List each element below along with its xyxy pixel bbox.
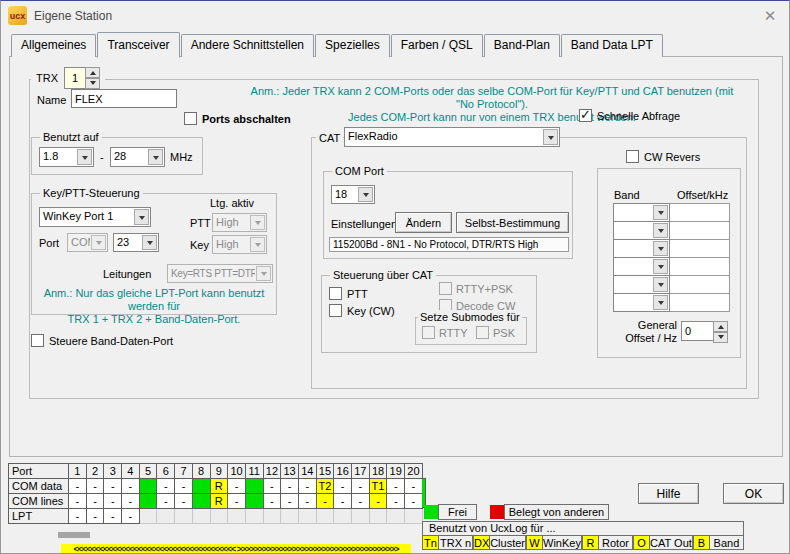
port-table-cell: - xyxy=(87,494,105,509)
band-select[interactable] xyxy=(613,257,670,276)
port-table-header-cell: 1 xyxy=(69,464,87,479)
port-table-cell xyxy=(140,479,158,494)
port-table-header-cell: 8 xyxy=(193,464,211,479)
cat-key-cw-checkbox[interactable] xyxy=(329,304,342,317)
port-table-cell xyxy=(405,509,423,524)
chevron-down-icon[interactable] xyxy=(142,235,157,250)
band-select[interactable] xyxy=(613,221,670,240)
freq-from-select[interactable]: 1.8 xyxy=(39,147,94,167)
chevron-down-icon[interactable] xyxy=(653,205,668,220)
band-offset-input[interactable] xyxy=(669,257,730,276)
port-table-cell: - xyxy=(157,479,175,494)
selbst-bestimmung-button[interactable]: Selbst-Bestimmung xyxy=(456,212,569,233)
band-select[interactable] xyxy=(613,239,670,258)
tab-spezielles[interactable]: Spezielles xyxy=(315,34,390,57)
ports-abschalten-checkbox[interactable] xyxy=(184,112,197,125)
chevron-down-icon[interactable] xyxy=(134,209,149,225)
tab-andere-schnittstellen[interactable]: Andere Schnittstellen xyxy=(181,34,314,57)
chevron-down-icon[interactable] xyxy=(77,149,92,165)
cat-ptt-label: PTT xyxy=(347,288,368,301)
port-table-cell: - xyxy=(299,494,317,509)
usage-code: W xyxy=(526,535,543,550)
hilfe-button[interactable]: Hilfe xyxy=(638,483,699,504)
port-table-cell: - xyxy=(122,494,140,509)
cat-label: CAT xyxy=(316,132,343,145)
port-table-cell xyxy=(387,509,405,524)
tab-band-plan[interactable]: Band-Plan xyxy=(484,34,560,57)
rtty-psk-label: RTTY+PSK xyxy=(456,283,513,296)
band-offset-input[interactable] xyxy=(669,239,730,258)
trx-header: TRX 1 xyxy=(31,67,105,89)
cat-select[interactable]: FlexRadio xyxy=(344,127,560,147)
band-offset-input[interactable] xyxy=(669,221,730,240)
port-table-cell: - xyxy=(175,494,193,509)
band-select[interactable] xyxy=(613,203,670,222)
port-table-cell: - xyxy=(281,479,299,494)
chevron-down-icon[interactable] xyxy=(543,129,558,145)
port-type-select: COM xyxy=(67,233,108,252)
submode-psk-checkbox xyxy=(476,326,489,339)
port-table-cell: - xyxy=(352,494,370,509)
tab-allgemeines[interactable]: Allgemeines xyxy=(11,34,96,57)
chevron-down-icon[interactable] xyxy=(653,295,668,310)
steuere-band-label: Steuere Band-Daten-Port xyxy=(49,335,173,348)
general-offset-spinner[interactable]: 0 xyxy=(681,321,728,341)
ok-button[interactable]: OK xyxy=(723,483,784,504)
band-select[interactable] xyxy=(613,275,670,294)
port-table-cell xyxy=(175,509,193,524)
port-number-select[interactable]: 23 xyxy=(113,233,159,252)
port-table-scrollbar[interactable] xyxy=(58,532,90,538)
band-select-value xyxy=(614,204,652,221)
trx-label: TRX xyxy=(36,72,58,84)
cat-ptt-checkbox[interactable] xyxy=(329,287,342,300)
tab-farben-qsl[interactable]: Farben / QSL xyxy=(391,34,483,57)
spin-down-icon[interactable] xyxy=(85,78,100,89)
freq-to-select[interactable]: 28 xyxy=(110,147,165,167)
port-table-cell xyxy=(370,509,388,524)
spin-down-icon[interactable] xyxy=(713,332,728,343)
usage-title: Benutzt von UcxLog für ... xyxy=(422,521,744,536)
com-port-value: 18 xyxy=(332,186,357,203)
port-table-cell xyxy=(193,494,211,509)
chevron-down-icon[interactable] xyxy=(358,187,373,202)
band-offset-input[interactable] xyxy=(669,203,730,222)
port-table-header-cell: 14 xyxy=(299,464,317,479)
chevron-down-icon[interactable] xyxy=(653,241,668,256)
chevron-down-icon xyxy=(250,215,265,230)
freq-separator: - xyxy=(100,151,104,164)
band-offset-input[interactable] xyxy=(669,275,730,294)
tab-transceiver[interactable]: Transceiver xyxy=(97,32,179,58)
trx-name-input[interactable] xyxy=(71,89,177,108)
band-offset-input[interactable] xyxy=(669,293,730,312)
port-table-header-cell: 18 xyxy=(370,464,388,479)
schnelle-abfrage-checkbox[interactable] xyxy=(579,109,592,122)
band-offset-row xyxy=(613,257,730,276)
port-table-cell: - xyxy=(228,494,246,509)
band-select-value xyxy=(614,240,652,257)
key-ptt-note: Anm.: Nur das gleiche LPT-Port kann benu… xyxy=(33,287,275,326)
port-table-cell: - xyxy=(334,494,352,509)
spin-up-icon[interactable] xyxy=(85,67,100,78)
einstellungen-label: Einstellungen xyxy=(331,218,397,231)
port-table-cell: - xyxy=(122,479,140,494)
aendern-button[interactable]: Ändern xyxy=(395,212,452,233)
port-table-edge xyxy=(422,478,426,508)
cw-revers-checkbox[interactable] xyxy=(626,150,639,163)
port-table-cell: - xyxy=(405,494,423,509)
chevron-down-icon[interactable] xyxy=(148,149,163,165)
spin-up-icon[interactable] xyxy=(713,321,728,332)
port-table-cell: R xyxy=(211,479,229,494)
cw-revers-label: CW Revers xyxy=(644,151,700,164)
chevron-down-icon[interactable] xyxy=(653,259,668,274)
key-mode-select[interactable]: WinKey Port 1 xyxy=(39,207,151,227)
port-table-cell: R xyxy=(211,494,229,509)
close-icon[interactable]: ✕ xyxy=(758,5,782,27)
tab-band-data-lpt[interactable]: Band Data LPT xyxy=(561,34,663,57)
com-port-select[interactable]: 18 xyxy=(331,185,375,204)
steuere-band-checkbox[interactable] xyxy=(31,334,44,347)
band-select[interactable] xyxy=(613,293,670,312)
chevron-down-icon[interactable] xyxy=(653,223,668,238)
chevron-down-icon[interactable] xyxy=(653,277,668,292)
port-table-cell: - xyxy=(69,494,87,509)
trx-spinner[interactable]: 1 xyxy=(64,67,100,89)
